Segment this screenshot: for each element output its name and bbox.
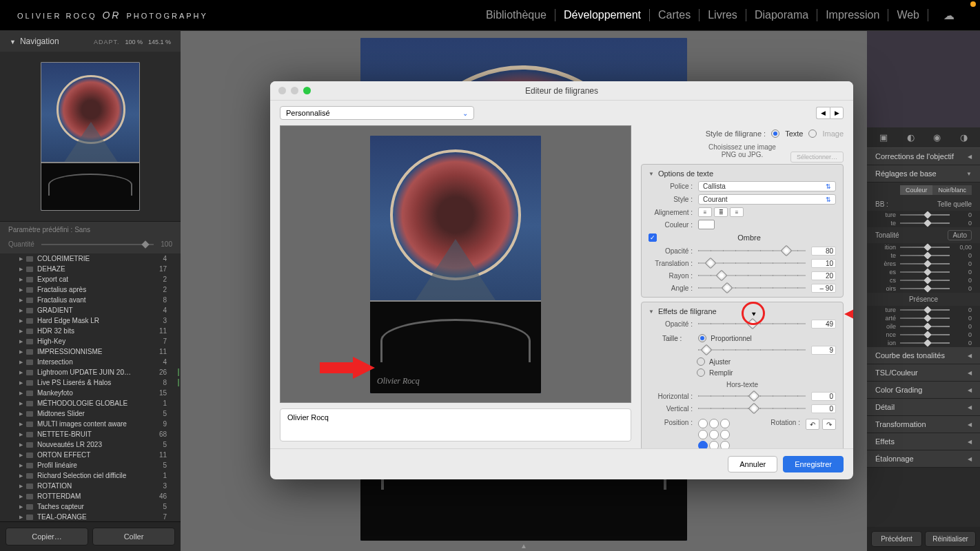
preset-folder[interactable]: ▶Fractalius avant8 (0, 295, 181, 305)
shadow-checkbox[interactable]: ✓ (649, 233, 657, 242)
preset-folder[interactable]: ▶Midtones Slider5 (0, 408, 181, 419)
select-image-button[interactable]: Sélectionner… (790, 152, 844, 163)
nav-slideshow[interactable]: Diaporama (746, 9, 817, 21)
font-dropdown[interactable]: Callista⇅ (698, 181, 836, 191)
detail-section[interactable]: Détail◀ (867, 399, 980, 416)
crop-tool-icon[interactable]: ▣ (879, 132, 888, 143)
minimize-icon[interactable] (291, 87, 298, 94)
next-image-button[interactable]: ▶ (830, 107, 844, 119)
heal-tool-icon[interactable]: ◐ (907, 132, 915, 143)
preset-folder[interactable]: ▶Taches capteur5 (0, 501, 181, 512)
nav-web[interactable]: Web (888, 9, 928, 21)
preset-folder[interactable]: ▶Profil linéaire5 (0, 460, 181, 470)
preset-folder[interactable]: ▶ROTATION3 (0, 481, 181, 491)
nav-develop[interactable]: Développement (555, 9, 650, 21)
preset-folder[interactable]: ▶HDR 32 bits11 (0, 326, 181, 336)
prev-image-button[interactable]: ◀ (816, 107, 830, 119)
preset-folder[interactable]: ▶Hard Edge Mask LR3 (0, 315, 181, 326)
temp-slider[interactable] (900, 214, 950, 216)
style-image-radio[interactable] (808, 129, 817, 138)
size-fill-radio[interactable] (697, 368, 705, 377)
nav-map[interactable]: Cartes (650, 9, 700, 21)
preset-folder[interactable]: ▶High-Key7 (0, 336, 181, 346)
preset-folder[interactable]: ▶MULTI images content aware9 (0, 419, 181, 429)
tsl-section[interactable]: TSL/Couleur◀ (867, 364, 980, 382)
align-center-button[interactable]: ≣ (714, 207, 728, 217)
mask-tool-icon[interactable]: ◑ (960, 132, 968, 143)
preset-folder[interactable]: ▶Fractalius après2 (0, 284, 181, 295)
preset-folder[interactable]: ▶ROTTERDAM46 (0, 491, 181, 501)
right-panel: ▣ ◐ ◉ ◑ Corrections de l'objectif◀ Régla… (867, 31, 980, 551)
preset-folder[interactable]: ▶Lightroom UPDATE JUIN 20…26 (0, 367, 181, 377)
cancel-button[interactable]: Annuler (728, 456, 777, 472)
previous-button[interactable]: Précédent (871, 531, 922, 547)
nav-print[interactable]: Impression (817, 9, 888, 21)
nav-book[interactable]: Livres (700, 9, 746, 21)
anchor-position-grid[interactable] (698, 419, 730, 448)
save-button[interactable]: Enregistrer (783, 456, 844, 472)
close-icon[interactable] (278, 87, 286, 94)
auto-button[interactable]: Auto (948, 230, 972, 240)
filmstrip-toggle[interactable]: ▲ (520, 542, 527, 550)
preset-folder[interactable]: ▶Live PS Liserés & Halos8 (0, 377, 181, 388)
align-right-button[interactable]: ≡ (730, 207, 744, 217)
copy-button[interactable]: Copier… (6, 528, 88, 545)
nav-library[interactable]: Bibliothèque (478, 9, 555, 21)
preset-folder[interactable]: ▶TEAL-ORANGE7 (0, 512, 181, 521)
style-text-radio[interactable] (771, 129, 779, 138)
preset-folder[interactable]: ▶Mankeyfoto15 (0, 388, 181, 398)
size-fit-radio[interactable] (697, 357, 705, 366)
size-slider[interactable] (698, 345, 806, 355)
preset-folder[interactable]: ▶IMPRESSIONNISME11 (0, 346, 181, 357)
preset-folder[interactable]: ▶Intersection4 (0, 357, 181, 367)
tint-slider[interactable] (900, 222, 950, 224)
top-bar: OLIVIER ROCQORPHOTOGRAPHY Bibliothèque D… (0, 0, 980, 31)
lens-corrections-section[interactable]: Corrections de l'objectif◀ (867, 148, 980, 165)
rotate-left-button[interactable]: ↶ (806, 419, 819, 430)
shadow-opacity-slider[interactable] (698, 246, 806, 256)
preset-folder[interactable]: ▶DEHAZE17 (0, 264, 181, 274)
preset-folder[interactable]: ▶GRADIENT4 (0, 305, 181, 315)
basic-section[interactable]: Réglages de base▼ (867, 165, 980, 183)
maximize-icon[interactable] (303, 87, 311, 94)
watermark-preview: Olivier Rocq (280, 125, 631, 403)
preset-list: ▶COLORIMETRIE4▶DEHAZE17▶Export cat2▶Frac… (0, 253, 181, 521)
preset-folder[interactable]: ▶Nouveautés LR 20235 (0, 439, 181, 450)
amount-slider[interactable] (41, 244, 154, 245)
inset-horizontal-slider[interactable] (698, 391, 806, 401)
grading-section[interactable]: Color Grading◀ (867, 382, 980, 399)
color-swatch[interactable] (698, 220, 715, 229)
size-proportional-radio[interactable] (698, 334, 706, 342)
left-panel: ▼Navigation ADAPT.100 %145.1 % Paramètre… (0, 31, 181, 551)
tone-curve-section[interactable]: Courbe des tonalités◀ (867, 347, 980, 364)
inset-vertical-slider[interactable] (698, 404, 806, 413)
navigator-header[interactable]: ▼Navigation ADAPT.100 %145.1 % (0, 31, 181, 52)
align-left-button[interactable]: ≡ (698, 207, 712, 217)
redeye-tool-icon[interactable]: ◉ (933, 132, 941, 143)
font-style-dropdown[interactable]: Courant⇅ (698, 194, 836, 205)
preset-folder[interactable]: ▶Export cat2 (0, 274, 181, 284)
effects-section[interactable]: Effets◀ (867, 433, 980, 450)
cloud-icon[interactable]: ☁ (935, 9, 963, 22)
preset-folder[interactable]: ▶Richard Selection ciel difficile1 (0, 470, 181, 481)
shadow-angle-slider[interactable] (698, 283, 806, 293)
exposure-slider[interactable] (900, 247, 950, 248)
preset-folder[interactable]: ▶ORTON EFFECT11 (0, 450, 181, 460)
navigator-preview[interactable] (0, 52, 181, 221)
rotate-right-button[interactable]: ↷ (822, 419, 836, 430)
paste-button[interactable]: Coller (92, 528, 175, 545)
transform-section[interactable]: Transformation◀ (867, 416, 980, 433)
color-toggle[interactable]: Couleur (900, 185, 933, 195)
watermark-text-input[interactable]: Olivier Rocq (280, 408, 631, 441)
preset-folder[interactable]: ▶NETTETE-BRUIT68 (0, 429, 181, 439)
preset-folder[interactable]: ▶MÉTHODOLOGIE GLOBALE1 (0, 398, 181, 408)
shadow-offset-slider[interactable] (698, 258, 806, 268)
watermark-opacity-slider[interactable] (698, 319, 806, 329)
reset-button[interactable]: Réinitialiser (925, 531, 976, 547)
calibration-section[interactable]: Étalonnage◀ (867, 450, 980, 468)
shadow-radius-slider[interactable] (698, 271, 806, 280)
bw-toggle[interactable]: Noir/blanc (932, 185, 972, 195)
app-logo: OLIVIER ROCQORPHOTOGRAPHY (17, 10, 208, 21)
preset-folder[interactable]: ▶COLORIMETRIE4 (0, 253, 181, 264)
preset-dropdown[interactable]: Personnalisé⌄ (280, 106, 474, 120)
